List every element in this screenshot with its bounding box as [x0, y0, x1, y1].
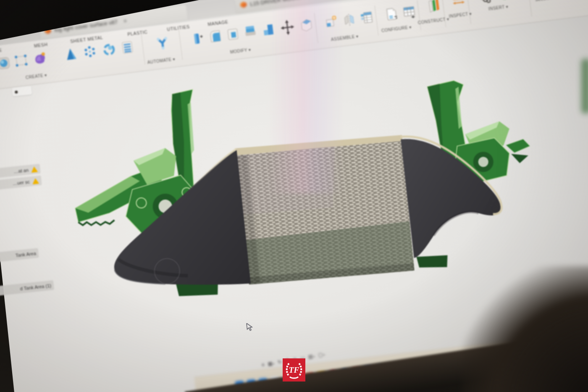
ribbon-tab-mesh[interactable]: MESH	[34, 42, 48, 48]
browser-toggle-pill[interactable]	[12, 86, 32, 97]
orbit-icon[interactable]: ↻	[277, 359, 282, 366]
chevron-down-icon: ▾	[248, 47, 251, 53]
ribbon-tab-plastic[interactable]: PLASTIC	[127, 29, 148, 37]
browser-row[interactable]: d Tank Area (1)	[0, 280, 54, 299]
configuration-table-icon[interactable]	[401, 3, 418, 21]
fusion-logo-icon	[240, 1, 247, 8]
press-pull-icon[interactable]	[189, 29, 207, 48]
group-separator	[141, 34, 145, 65]
close-icon[interactable]: ×	[123, 17, 127, 24]
browser-row-label: …uer sc	[12, 179, 30, 186]
browser-row-label: d Tank Area (1)	[20, 283, 51, 291]
shell-icon[interactable]	[224, 25, 242, 43]
green-edge-smudge	[581, 59, 588, 113]
group-label-construct[interactable]: CONSTRUCT ▾	[417, 17, 449, 25]
arrow-cursor	[246, 323, 254, 332]
monitor-photo: … pivot fog light cover surface v87 × L1…	[0, 0, 588, 392]
group-label-assemble[interactable]: ASSEMBLE ▾	[331, 34, 359, 42]
group-label-automate[interactable]: AUTOMATE ▾	[147, 57, 175, 65]
group-separator	[178, 30, 183, 60]
document-tab-label: L15 DRIVER MOUNT PLATE	[249, 0, 321, 7]
ribbon-tab-surface[interactable]: SURFACE	[0, 47, 2, 55]
split-body-icon[interactable]	[259, 21, 276, 39]
bom-table-icon[interactable]	[358, 8, 375, 27]
ribbon-tab-sheet-metal[interactable]: SHEET METAL	[70, 35, 103, 44]
fillet-icon[interactable]	[207, 27, 224, 46]
dot-icon	[15, 90, 18, 94]
group-separator	[528, 0, 532, 16]
viewports-icon[interactable]: ▢▾	[318, 351, 325, 358]
group-separator	[442, 0, 446, 27]
grid-display-icon[interactable]: ▦▾	[267, 360, 275, 367]
chevron-down-icon: ▾	[409, 25, 412, 30]
browser-row[interactable]: Tank Area	[0, 248, 39, 264]
group-label-modify[interactable]: MODIFY ▾	[230, 47, 251, 55]
revolve-icon[interactable]	[100, 40, 118, 59]
new-component-icon[interactable]	[323, 13, 340, 31]
pattern-icon[interactable]	[81, 43, 99, 61]
mirror-icon[interactable]	[341, 11, 358, 29]
construction-planes-icon[interactable]	[425, 0, 442, 15]
configuration-doc-icon[interactable]	[383, 5, 400, 24]
tf-watermark: TF	[283, 358, 305, 381]
laurel-wreath-icon: TF	[284, 360, 304, 380]
loft-icon[interactable]	[63, 45, 80, 63]
file-menu-icon[interactable]: ≡	[261, 362, 265, 368]
chevron-down-icon: ▾	[173, 57, 176, 62]
sketch-icon[interactable]	[13, 51, 30, 70]
browser-row-warning[interactable]: …uer sc	[0, 176, 42, 192]
group-label-select[interactable]: SELECT ▾	[535, 0, 556, 2]
chevron-down-icon: ▾	[506, 4, 509, 9]
browser-row-label: Tank Area	[15, 250, 36, 258]
group-label-insert[interactable]: INSERT ▾	[488, 4, 508, 11]
offset-face-icon[interactable]	[298, 16, 315, 34]
automate-branch-icon[interactable]	[154, 34, 171, 52]
chevron-down-icon: ▾	[44, 73, 47, 78]
group-label-configure[interactable]: CONFIGURE ▾	[381, 25, 412, 33]
group-label-inspect[interactable]: INSPECT ▾	[449, 11, 472, 19]
chevron-down-icon: ▾	[469, 11, 472, 16]
browser-row-label: …at an	[13, 167, 29, 174]
warning-triangle-icon	[31, 166, 38, 173]
chevron-down-icon: ▾	[356, 34, 359, 39]
group-separator	[375, 5, 379, 36]
create-form-icon[interactable]	[32, 49, 49, 68]
left-end-tank[interactable]	[103, 149, 251, 298]
insert-canvas-icon[interactable]	[492, 0, 509, 3]
ribbon-tab-manage[interactable]: MANAGE	[207, 19, 228, 27]
desk-shadow	[462, 266, 588, 392]
group-label-create[interactable]: CREATE ▾	[25, 73, 47, 80]
warning-triangle-icon	[32, 178, 39, 184]
stacked-flange-icon[interactable]	[119, 38, 136, 57]
measure-icon[interactable]	[450, 0, 467, 11]
form-box-icon[interactable]	[0, 53, 13, 72]
move-icon[interactable]	[279, 18, 296, 37]
watermark-text: TF	[289, 366, 299, 374]
insert-mesh-icon[interactable]	[475, 0, 492, 5]
group-separator	[314, 13, 318, 43]
group-separator	[417, 0, 421, 31]
combine-icon[interactable]	[242, 23, 259, 41]
display-settings-icon[interactable]: ▤▾	[308, 353, 315, 360]
intercooler-core[interactable]	[236, 138, 415, 288]
